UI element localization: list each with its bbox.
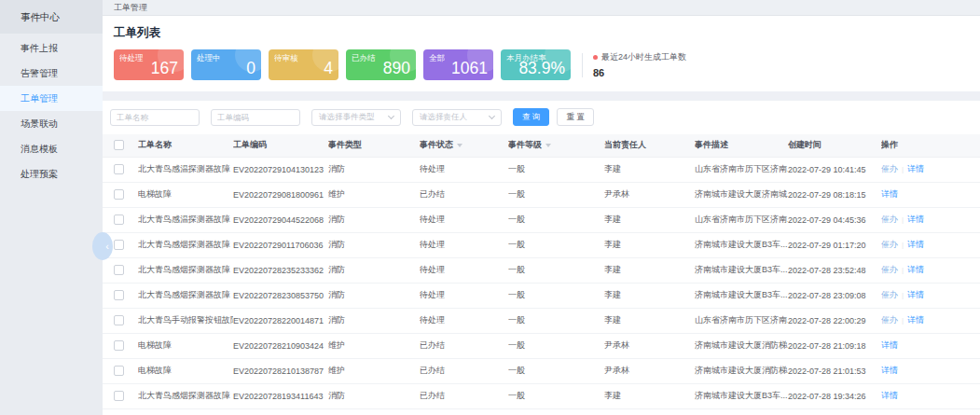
detail-action-link[interactable]: 详情 — [881, 340, 898, 350]
urge-action-link[interactable]: 催办 — [881, 290, 898, 299]
row-checkbox[interactable] — [114, 340, 124, 351]
column-header[interactable]: 事件等级 — [508, 134, 604, 157]
column-header[interactable]: 创建时间 — [788, 134, 881, 157]
sidebar-item-label: 工单管理 — [21, 92, 58, 105]
urge-action-link[interactable]: 催办 — [881, 240, 898, 249]
stat-card-value: 167 — [151, 59, 178, 78]
table-body: 北大青鸟感温探测器故障 EV20220729104130123 消防 待处理 一… — [103, 157, 980, 408]
cell-order-name: 电梯故障 — [138, 358, 233, 383]
cell-order-code: EV20220728235233362 — [233, 257, 328, 283]
detail-action-link[interactable]: 详情 — [907, 164, 924, 173]
cell-checkbox — [103, 333, 138, 358]
row-checkbox[interactable] — [114, 214, 124, 225]
row-checkbox[interactable] — [114, 290, 124, 300]
cell-description: 济南城市建设大厦消防梯... — [695, 333, 788, 358]
sidebar-item[interactable]: 消息模板 — [0, 136, 103, 161]
owner-select[interactable]: 请选择责任人 — [412, 109, 502, 126]
cell-event-type: 消防 — [328, 207, 420, 232]
table-row: 北大青鸟感温探测器故障 EV20220729104130123 消防 待处理 一… — [103, 157, 980, 182]
cell-event-type: 消防 — [328, 157, 420, 182]
table-row: 电梯故障 EV20220729081800961 维护 已办结 一般 尹承林 济… — [103, 182, 980, 207]
action-separator: | — [902, 165, 904, 173]
column-header[interactable]: 事件状态 — [420, 134, 508, 157]
cell-owner: 李建 — [604, 207, 695, 232]
cell-description: 济南城市建设大厦B3车... — [695, 232, 788, 257]
row-checkbox[interactable] — [114, 240, 124, 250]
detail-action-link[interactable]: 详情 — [907, 265, 924, 274]
event-type-select[interactable]: 请选择事件类型 — [311, 109, 401, 126]
row-checkbox[interactable] — [114, 315, 124, 325]
cell-owner: 李建 — [604, 308, 695, 333]
row-checkbox[interactable] — [114, 189, 124, 200]
stat-card: 待审核 4 — [269, 49, 338, 80]
cell-order-code: EV20220728220014871 — [233, 308, 328, 333]
cell-description: 济南城市建设大厦B3车... — [695, 283, 788, 308]
detail-action-link[interactable]: 详情 — [881, 391, 898, 400]
filter-bar: 请选择事件类型 请选择责任人 查 询 重 置 — [103, 101, 980, 134]
urge-action-link[interactable]: 催办 — [881, 315, 898, 325]
cell-owner: 李建 — [604, 383, 695, 408]
column-header[interactable]: 事件描述 — [695, 134, 788, 157]
column-header[interactable]: 操作 — [881, 134, 980, 157]
table-row: 电梯故障 EV20220728210138787 维护 已办结 一般 尹承林 济… — [103, 358, 980, 383]
sidebar-collapse-handle[interactable]: ‹ — [92, 232, 113, 260]
cell-checkbox — [103, 358, 138, 383]
row-checkbox[interactable] — [114, 265, 124, 275]
row-checkbox[interactable] — [114, 164, 124, 174]
cell-event-level: 一般 — [508, 157, 604, 182]
sidebar-item[interactable]: 场景联动 — [0, 111, 103, 136]
urge-action-link[interactable]: 催办 — [881, 164, 898, 173]
detail-action-link[interactable]: 详情 — [881, 366, 898, 375]
cell-description: 济南城市建设大厦B3车... — [695, 257, 788, 283]
urge-action-link[interactable]: 催办 — [881, 265, 898, 274]
table-panel: 请选择事件类型 请选择责任人 查 询 重 置 — [103, 101, 980, 415]
cell-checkbox — [103, 157, 138, 182]
cell-owner: 李建 — [604, 283, 695, 308]
column-header[interactable]: 事件类型 — [328, 134, 420, 157]
cell-description: 山东省济南市历下区济南... — [695, 157, 788, 182]
stats-row: 待处理 167 处理中 0 待审核 4 — [114, 49, 969, 80]
row-checkbox[interactable] — [114, 391, 124, 401]
cell-event-level: 一般 — [508, 383, 604, 408]
filter-icon[interactable] — [545, 144, 551, 147]
cell-event-status: 待处理 — [420, 308, 508, 333]
detail-action-link[interactable]: 详情 — [907, 290, 924, 299]
cell-order-code: EV20220728230853750 — [233, 283, 328, 308]
cell-order-name: 北大青鸟手动报警按钮故障 — [138, 308, 233, 333]
detail-action-link[interactable]: 详情 — [907, 214, 924, 224]
cell-event-level: 一般 — [508, 257, 604, 283]
order-name-input[interactable] — [110, 109, 200, 126]
cell-created-time: 2022-07-28 19:34:26 — [788, 383, 881, 408]
column-header[interactable]: 工单名称 — [138, 134, 233, 157]
sidebar-item[interactable]: 告警管理 — [0, 61, 103, 86]
cell-event-level: 一般 — [508, 207, 604, 232]
cell-created-time: 2022-07-28 23:09:08 — [788, 283, 881, 308]
column-header[interactable]: 当前责任人 — [604, 134, 695, 157]
cell-created-time: 2022-07-29 10:41:45 — [788, 157, 881, 182]
stat-card-value: 890 — [383, 59, 410, 78]
sidebar-item[interactable]: 工单管理 — [0, 86, 103, 111]
row-checkbox[interactable] — [114, 366, 124, 376]
select-all-checkbox[interactable] — [114, 140, 124, 150]
cell-event-status: 待处理 — [420, 257, 508, 283]
column-header-label: 工单名称 — [138, 140, 172, 149]
cell-description: 山东省济南市历下区济南... — [695, 308, 788, 333]
cell-owner: 尹承林 — [604, 182, 695, 207]
detail-action-link[interactable]: 详情 — [907, 240, 924, 249]
urge-action-link[interactable]: 催办 — [881, 214, 898, 224]
sidebar-item[interactable]: 事件上报 — [0, 35, 103, 61]
order-code-input[interactable] — [211, 109, 300, 126]
stat-card: 本月办结率 83.9% — [501, 49, 571, 80]
filter-icon[interactable] — [457, 144, 462, 147]
cell-order-code: EV20220729081800961 — [233, 182, 328, 207]
detail-action-link[interactable]: 详情 — [881, 189, 898, 199]
cell-actions: 催办|详情 — [881, 257, 980, 283]
reset-button[interactable]: 重 置 — [557, 108, 593, 126]
detail-action-link[interactable]: 详情 — [907, 315, 924, 325]
search-button[interactable]: 查 询 — [513, 108, 549, 126]
sidebar-item[interactable]: 处理预案 — [0, 161, 103, 187]
stat-card-value: 0 — [246, 59, 255, 78]
column-header[interactable]: 工单编码 — [233, 134, 328, 157]
breadcrumb[interactable]: 工单管理 — [114, 2, 147, 14]
cell-event-status: 已办结 — [420, 358, 508, 383]
